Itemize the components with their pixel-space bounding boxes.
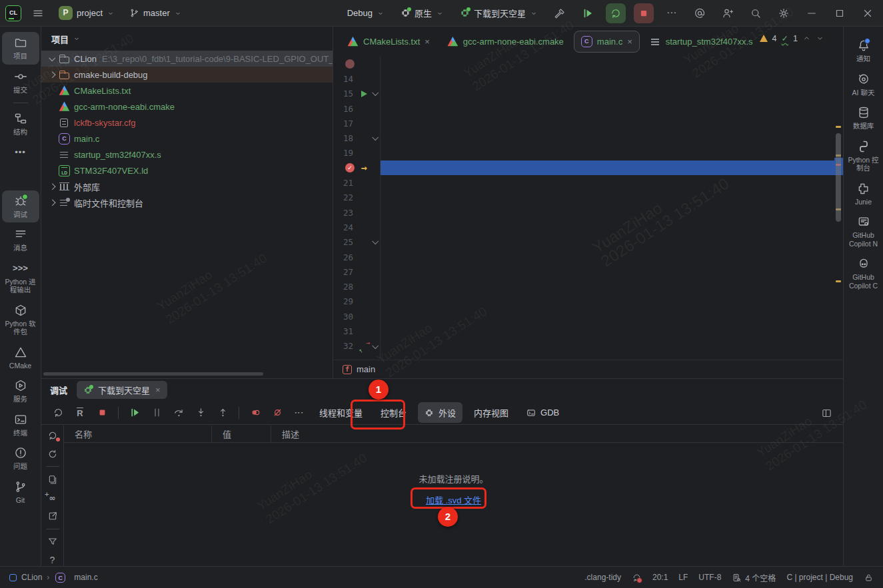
breakpoint-icon[interactable] — [345, 252, 355, 262]
layout-settings-button[interactable] — [818, 404, 835, 422]
fold-chevron-icon[interactable] — [371, 344, 380, 349]
tool-python-packages[interactable]: Python 软件包 — [2, 300, 39, 340]
vcs-branch-widget[interactable]: master — [125, 5, 186, 21]
resume-button[interactable] — [126, 404, 143, 422]
tab-gcc-cmake[interactable]: gcc-arm-none-eabi.cmake — [440, 31, 571, 53]
resume-program-button[interactable] — [578, 3, 598, 23]
ai-assistant-button[interactable] — [690, 3, 710, 23]
mute-breakpoints-button[interactable] — [269, 404, 286, 422]
horizontal-scrollbar[interactable] — [43, 372, 263, 376]
breakpoint-icon[interactable] — [345, 59, 355, 69]
code-editor[interactable]: 14 15 16 17 — [333, 57, 843, 358]
warning-stripe-mark[interactable] — [836, 280, 841, 282]
code-line[interactable]: 14 — [333, 71, 843, 86]
tree-row[interactable]: cmake-build-debug — [41, 67, 333, 83]
vertical-scrollbar[interactable] — [836, 133, 841, 222]
view-breakpoints-button[interactable] — [247, 404, 264, 422]
tree-row[interactable]: CMakeLists.txt — [41, 83, 333, 99]
search-everywhere-button[interactable] — [746, 3, 766, 23]
breakpoint-icon[interactable] — [345, 148, 355, 158]
indent-widget[interactable]: 4 个空格 — [732, 572, 776, 583]
fold-chevron-icon[interactable] — [371, 91, 380, 96]
tab-startup-s[interactable]: startup_stm32f407xx.s — [642, 31, 760, 53]
close-tab-icon[interactable]: × — [627, 39, 632, 45]
tool-commit[interactable]: 提交 — [2, 66, 39, 99]
code-line[interactable]: 28 — [333, 279, 843, 294]
code-line[interactable]: 27 — [333, 264, 843, 279]
tool-services[interactable]: 服务 — [2, 375, 39, 408]
rerun-debug-button[interactable] — [49, 404, 67, 422]
expander-icon[interactable] — [47, 57, 57, 61]
mode-widget[interactable]: C | project | Debug — [786, 573, 853, 582]
tool-python-console[interactable]: Python 控制台 — [845, 136, 882, 176]
breakpoint-icon[interactable] — [345, 342, 355, 351]
copy-icon[interactable] — [45, 473, 60, 485]
breakpoint-icon[interactable] — [345, 178, 355, 188]
code-line[interactable] — [333, 57, 843, 71]
debug-more-button[interactable]: ⋮ — [291, 404, 308, 422]
step-into-button[interactable] — [192, 404, 209, 422]
tool-git[interactable]: Git — [2, 476, 39, 509]
tab-cmakelists[interactable]: CMakeLists.txt × — [340, 31, 437, 53]
step-over-button[interactable] — [170, 404, 187, 422]
code-line[interactable]: 15 — [333, 87, 843, 101]
code-line[interactable]: 24 — [333, 220, 843, 234]
code-line[interactable]: 16 — [333, 101, 843, 116]
tree-row[interactable]: startup_stm32f407xx.s — [41, 147, 333, 162]
code-line[interactable]: 29 — [333, 294, 843, 309]
encoding-widget[interactable]: UTF-8 — [698, 573, 721, 582]
code-line[interactable]: 31 — [333, 324, 843, 338]
warning-stripe-mark[interactable] — [836, 126, 841, 128]
refresh-icon[interactable] — [45, 448, 60, 461]
maximize-button[interactable] — [830, 3, 850, 23]
code-line[interactable]: 23 — [333, 205, 843, 220]
line-ending-widget[interactable]: LF — [678, 573, 688, 582]
open-in-new-icon[interactable] — [45, 510, 60, 523]
step-out-button[interactable] — [214, 404, 231, 422]
tool-python-output[interactable]: >>> Python 进程输出 — [2, 258, 39, 298]
gutter-icon[interactable] — [357, 91, 371, 97]
tool-project[interactable]: 项目 — [2, 32, 39, 65]
breakpoint-icon[interactable] — [345, 104, 355, 113]
breakpoint-icon[interactable] — [345, 134, 355, 143]
code-with-me-button[interactable] — [718, 3, 738, 23]
gutter-icon[interactable] — [357, 162, 371, 174]
settings-button[interactable] — [774, 3, 794, 23]
tool-copilot-chat[interactable]: GitHub Copilot C — [845, 253, 882, 294]
breakpoint-icon[interactable] — [345, 193, 355, 202]
debugger-selector[interactable]: 原生 — [397, 4, 448, 22]
more-actions-button[interactable]: ⋮ — [662, 3, 682, 23]
stop-button[interactable] — [634, 3, 654, 23]
next-issue-icon[interactable] — [816, 34, 824, 43]
tool-structure[interactable]: 结构 — [2, 108, 39, 141]
tab-main-c[interactable]: main.c × — [574, 31, 640, 53]
run-config-selector[interactable]: 下载到天空星 — [456, 4, 542, 22]
tree-row[interactable]: 外部库 — [41, 178, 333, 194]
close-button[interactable] — [858, 3, 878, 23]
tool-terminal[interactable]: 终端 — [2, 409, 39, 441]
tool-notifications[interactable]: 通知 — [845, 35, 882, 67]
tree-row[interactable]: main.c — [41, 131, 333, 147]
prev-issue-icon[interactable] — [802, 34, 811, 43]
tree-row[interactable]: CLion E:\3_repo\0_fdb\1_tutorial-code\9-… — [41, 51, 333, 67]
code-line[interactable]: 17 — [333, 116, 843, 131]
reset-button[interactable]: R — [71, 404, 89, 422]
breakpoint-icon[interactable] — [345, 208, 355, 217]
restart-icon[interactable] — [45, 430, 60, 442]
minimize-button[interactable] — [802, 3, 822, 23]
expander-icon[interactable] — [47, 73, 57, 77]
code-line[interactable]: 18 — [333, 131, 843, 145]
close-icon[interactable]: × — [155, 387, 161, 394]
status-project[interactable]: CLion — [21, 573, 42, 582]
tool-copilot-notes[interactable]: GitHub Copilot N — [845, 211, 882, 252]
project-widget[interactable]: P project — [55, 3, 119, 23]
column-value[interactable]: 值 — [211, 426, 271, 442]
tab-memory-view[interactable]: 内存视图 — [467, 402, 515, 423]
code-line[interactable]: 25 — [333, 235, 843, 250]
code-line[interactable]: 30 — [333, 309, 843, 324]
filter-icon[interactable] — [45, 535, 60, 548]
tree-row[interactable]: lckfb-skystar.cfg — [41, 115, 333, 131]
fold-chevron-icon[interactable] — [371, 136, 380, 141]
tool-ai-chat[interactable]: AI 聊天 — [845, 69, 882, 101]
column-name[interactable]: 名称 — [64, 426, 211, 442]
